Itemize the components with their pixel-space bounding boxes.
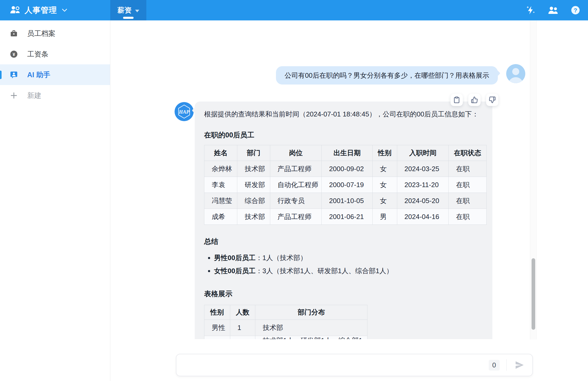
help-button[interactable]: ? (570, 4, 581, 16)
top-bar: 人事管理 薪资 ? (0, 0, 588, 20)
table-cell: 冯慧莹 (204, 193, 237, 209)
column-header: 部门 (237, 145, 270, 161)
table-row: 成希技术部产品工程师2001-06-21男2024-04-16在职 (204, 209, 487, 225)
copy-button[interactable] (451, 94, 463, 106)
magic-sparkle-button[interactable] (525, 4, 536, 16)
column-header: 性别 (372, 145, 397, 161)
message-actions (451, 94, 498, 106)
table-cell: 在职 (449, 177, 487, 193)
sparkle-bolt-icon (526, 5, 535, 15)
table-row: 女性3技术部1人、研发部1人、综合部1人 (204, 336, 367, 339)
table-row: 冯慧莹综合部行政专员2001-10-05女2024-05-20在职 (204, 193, 487, 209)
thumbs-up-icon (471, 96, 478, 103)
people-logo-icon (10, 5, 20, 15)
send-button[interactable] (514, 359, 526, 371)
sidebar-item-label: 工资条 (27, 49, 48, 59)
yuan-circle-icon: ¥ (10, 50, 18, 58)
column-header: 部门分布 (255, 305, 367, 320)
column-header: 姓名 (204, 145, 237, 161)
table-cell: 在职 (449, 193, 487, 209)
sidebar-item-label: 新建 (27, 91, 41, 100)
ai-message-bubble: 根据提供的查询结果和当前时间（2024-07-01 18:48:45），公司在职… (195, 102, 492, 339)
table-cell: 行政专员 (270, 193, 322, 209)
table-row: 男性1技术部 (204, 320, 367, 336)
svg-text:HAP: HAP (179, 109, 189, 115)
table-cell: 男 (372, 209, 397, 225)
app-title: 人事管理 (25, 5, 57, 16)
chat-scrollbar-thumb[interactable] (532, 258, 535, 330)
message-input[interactable] (183, 357, 489, 373)
table-cell: 研发部 (237, 177, 270, 193)
table-cell: 3 (230, 336, 255, 339)
sidebar-item-ai-assistant[interactable]: AI 助手 (0, 64, 110, 85)
ai-avatar: HAP (175, 102, 194, 121)
ai-intro-text: 根据提供的查询结果和当前时间（2024-07-01 18:48:45），公司在职… (204, 109, 486, 119)
table-cell: 综合部 (237, 193, 270, 209)
table-cell: 女 (372, 193, 397, 209)
thumbs-down-icon (489, 96, 496, 103)
summary-list: 男性00后员工：1人（技术部）女性00后员工：3人（技术部1人、研发部1人、综合… (204, 252, 486, 277)
column-header: 岗位 (270, 145, 322, 161)
summary-bullet: 女性00后员工：3人（技术部1人、研发部1人、综合部1人） (214, 265, 486, 277)
send-plane-icon (514, 360, 525, 370)
table-cell: 技术部1人、研发部1人、综合部1人 (255, 336, 367, 339)
table-cell: 女性 (204, 336, 230, 339)
user-message-bubble: 公司有00后在职的吗？男女分别各有多少，在哪些部门？用表格展示 (276, 66, 498, 85)
section-title-employees: 在职的00后员工 (204, 130, 486, 140)
table-cell: 自动化工程师 (270, 177, 322, 193)
members-button[interactable] (547, 4, 559, 16)
table-cell: 女 (372, 177, 397, 193)
message-composer: 0 (176, 354, 533, 376)
column-header: 性别 (204, 305, 230, 320)
app-brand[interactable]: 人事管理 (0, 5, 100, 16)
thumbs-down-button[interactable] (486, 94, 498, 106)
tab-caret-icon (135, 10, 139, 12)
table-cell: 技术部 (237, 161, 270, 177)
table-cell: 产品工程师 (270, 161, 322, 177)
table-cell: 2000-09-02 (322, 161, 372, 177)
chevron-down-icon (62, 8, 67, 13)
table-cell: 1 (230, 320, 255, 336)
users-icon (548, 6, 558, 15)
column-header: 出生日期 (322, 145, 372, 161)
table-cell: 2001-06-21 (322, 209, 372, 225)
table-cell: 技术部 (237, 209, 270, 225)
help-icon: ? (571, 5, 580, 15)
plus-icon (10, 92, 18, 99)
table-cell: 2001-10-05 (322, 193, 372, 209)
employees-table: 姓名部门岗位出生日期性别入职时间在职状态余烨林技术部产品工程师2000-09-0… (204, 145, 487, 225)
table-cell: 成希 (204, 209, 237, 225)
sidebar-item-employee-files[interactable]: 员工档案 (0, 23, 110, 44)
tab-salary[interactable]: 薪资 (110, 0, 146, 20)
sidebar-item-label: AI 助手 (27, 70, 50, 80)
table-cell: 男性 (204, 320, 230, 336)
table-row: 余烨林技术部产品工程师2000-09-02女2024-03-25在职 (204, 161, 487, 177)
ai-assistant-icon (10, 71, 18, 79)
table-cell: 李袁 (204, 177, 237, 193)
column-header: 在职状态 (449, 145, 487, 161)
table-cell: 2024-04-16 (397, 209, 449, 225)
sidebar-item-label: 员工档案 (27, 29, 55, 38)
column-header: 入职时间 (397, 145, 449, 161)
table-cell: 2023-11-20 (397, 177, 449, 193)
sidebar: 员工档案 ¥ 工资条 AI 助手 新建 (0, 20, 110, 381)
tab-active-indicator (123, 17, 134, 19)
chat-message-area: 公司有00后在职的吗？男女分别各有多少，在哪些部门？用表格展示 (111, 20, 588, 339)
table-cell: 2000-07-19 (322, 177, 372, 193)
section-title-table-display: 表格展示 (204, 289, 486, 299)
user-avatar (506, 64, 525, 83)
sidebar-item-new-chat[interactable]: 新建 (0, 85, 110, 106)
tab-salary-label: 薪资 (118, 5, 132, 15)
sidebar-item-payslip[interactable]: ¥ 工资条 (0, 44, 110, 64)
section-title-summary: 总结 (204, 237, 486, 246)
table-cell: 产品工程师 (270, 209, 322, 225)
table-cell: 在职 (449, 161, 487, 177)
summary-bullet: 男性00后员工：1人（技术部） (214, 252, 486, 264)
table-cell: 2024-03-25 (397, 161, 449, 177)
clipboard-icon (453, 96, 460, 103)
thumbs-up-button[interactable] (468, 94, 481, 106)
table-cell: 余烨林 (204, 161, 237, 177)
table-cell: 女 (372, 161, 397, 177)
table-cell: 2024-05-20 (397, 193, 449, 209)
composer-divider (506, 359, 507, 371)
